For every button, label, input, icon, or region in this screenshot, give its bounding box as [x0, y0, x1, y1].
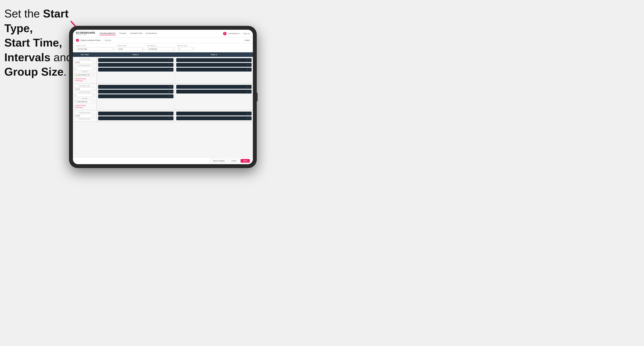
- group-size-select[interactable]: 3 ▾: [177, 47, 194, 51]
- instruction-period: .: [64, 65, 66, 78]
- player-remove-g3t1p1[interactable]: ✕: [169, 113, 170, 114]
- player-remove-g2t1p2[interactable]: ✕: [169, 91, 170, 92]
- starting-time-input-3[interactable]: 10:20 ▲▼: [74, 114, 95, 117]
- footer-bar: Reset Changes Cancel Save: [73, 157, 253, 164]
- logo-area: SCOREBOARD Powered by clippd: [76, 32, 95, 35]
- tee-time-col-3: STARTING TIME: 10:20 ▲▼ STARTING HOLE:: [73, 110, 97, 122]
- course-tag-1[interactable]: ⛳ (A) Peachtree GC ✕ ▾: [74, 73, 95, 76]
- time-spinners-1: ▲▼: [92, 62, 94, 63]
- instruction-bold2: Start Time,: [4, 36, 62, 49]
- player-expand-g3t1p1[interactable]: ⊙: [171, 113, 172, 114]
- player-row-t1p1: ✕ ⊙: [98, 58, 174, 62]
- player-remove-g2t1p3[interactable]: ✕: [169, 95, 170, 97]
- player-expand-g3t1p2[interactable]: ⊙: [171, 117, 172, 119]
- team1-col-3: ✕ ⊙ ✕ ⊙: [97, 110, 175, 122]
- player-remove-t2p2[interactable]: ✕: [247, 64, 248, 66]
- player-row-g3t2p1: ✕ ⊙: [176, 112, 252, 116]
- reset-changes-button[interactable]: Reset Changes: [210, 159, 227, 163]
- player-expand-t2p2[interactable]: ⊙: [249, 64, 250, 66]
- team2-col-3: ✕ ⊙ ✕ ⊙: [175, 110, 253, 122]
- player-remove-t2p3[interactable]: ✕: [247, 69, 248, 70]
- th-team2: Team 2: [175, 52, 253, 57]
- start-time-select[interactable]: 10:00 🕐: [117, 47, 145, 51]
- course-name-1: (A) Peachtree GC: [78, 74, 90, 76]
- add-group-btn-1[interactable]: + Add Group: [74, 80, 95, 81]
- instruction-bold3: Intervals: [4, 51, 50, 64]
- remove-group-btn-1[interactable]: ○ Remove Group: [74, 78, 95, 79]
- player-expand-t2p1[interactable]: ⊙: [249, 59, 250, 61]
- player-row-g3t2p2: ✕ ⊙: [176, 116, 252, 120]
- player-remove-g2t1p1[interactable]: ✕: [169, 86, 170, 88]
- start-time-value: 10:00: [118, 48, 123, 50]
- save-button[interactable]: Save: [240, 159, 250, 163]
- course-icon-2: 🏌: [75, 101, 77, 102]
- start-type-label: Start Type: [76, 45, 115, 46]
- starting-hole-select-1[interactable]: 1 ⇅: [74, 67, 95, 70]
- player-expand-t2p3[interactable]: ⊙: [249, 69, 250, 70]
- intervals-group: Intervals 10 Minutes ▾: [147, 45, 175, 51]
- start-type-select[interactable]: 1st Tee Start ▾: [76, 47, 115, 51]
- player-row-g2t2p1: ✕ ⊙: [176, 85, 252, 89]
- remove-group-btn-2[interactable]: ○ Remove Group: [74, 105, 95, 106]
- starting-hole-select-2[interactable]: 1 ⇅: [74, 94, 95, 97]
- nav-link-tournaments[interactable]: TOURNAMENTS: [100, 32, 116, 35]
- player-row-t2p2: ✕ ⊙: [176, 63, 252, 67]
- player-expand-g2t1p2[interactable]: ⊙: [171, 91, 172, 92]
- player-expand-2[interactable]: ⊙: [171, 64, 172, 66]
- breadcrumb-tournament[interactable]: Clippd Invitational (Mas...: [80, 39, 102, 41]
- starting-time-input-1[interactable]: 10:00 ▲▼: [74, 61, 95, 64]
- player-remove-t2p1[interactable]: ✕: [247, 59, 248, 61]
- cancel-button[interactable]: Cancel: [229, 159, 239, 163]
- player-remove-g3t2p2[interactable]: ✕: [247, 117, 248, 119]
- player-expand-g2t2p1[interactable]: ⊙: [249, 86, 250, 88]
- nav-link-committee[interactable]: COMMITTEE: [130, 32, 142, 35]
- player-row-t1p3: ✕ ⊙: [98, 68, 174, 72]
- intervals-select[interactable]: 10 Minutes ▾: [147, 47, 175, 51]
- player-row-g2t1p3: ✕ ⊙: [98, 94, 174, 98]
- instruction-line1: Set the: [4, 7, 43, 20]
- course-tag-2[interactable]: 🏌 East Lake GC ✕ ▾: [74, 100, 95, 103]
- course-label-2: COURSE:: [74, 98, 95, 99]
- user-email: blair@clippd.io: [228, 32, 240, 34]
- team1-col-2: ✕ ⊙ ✕ ⊙ ✕ ⊙: [97, 84, 175, 110]
- player-expand-g2t2p2[interactable]: ⊙: [249, 91, 250, 92]
- player-remove-g3t2p1[interactable]: ✕: [247, 113, 248, 114]
- player-actions-t2p3: ✕ ⊙: [247, 69, 250, 70]
- tee-time-col-1: STARTING TIME: 10:00 ▲▼ STARTING HOLE: 1…: [73, 57, 97, 83]
- intervals-value: 10 Minutes: [149, 48, 157, 50]
- time-spinners-2: ▲▼: [92, 89, 94, 90]
- table-header: Tee Time Team 1 Team 2: [73, 52, 253, 57]
- player-row-g2t1p1: ✕ ⊙: [98, 85, 174, 89]
- controls-row: Start Type 1st Tee Start ▾ Start Time 10…: [73, 43, 253, 52]
- player-remove-g2t2p1[interactable]: ✕: [247, 86, 248, 88]
- nav-link-rankings[interactable]: RANKINGS: [146, 32, 157, 35]
- player-remove[interactable]: ✕: [169, 59, 170, 61]
- nav-link-teams[interactable]: TEAMS: [119, 32, 126, 35]
- player-expand-g3t2p2[interactable]: ⊙: [249, 117, 250, 119]
- start-type-group: Start Type 1st Tee Start ▾: [76, 45, 115, 51]
- back-button[interactable]: < Back: [244, 39, 250, 41]
- player-actions-t2p1: ✕ ⊙: [247, 59, 250, 61]
- start-time-label: Start Time: [117, 45, 145, 46]
- intervals-label: Intervals: [147, 45, 175, 46]
- start-time-group: Start Time 10:00 🕐: [117, 45, 145, 51]
- starting-time-label-1: STARTING TIME:: [74, 59, 95, 60]
- player-remove-3[interactable]: ✕: [169, 69, 170, 70]
- start-time-arrow: 🕐: [142, 48, 144, 50]
- player-expand-g2t1p1[interactable]: ⊙: [171, 86, 172, 88]
- th-team1: Team 1: [97, 52, 175, 57]
- player-row-g2t2p2: ✕ ⊙: [176, 90, 252, 94]
- player-expand-g2t1p3[interactable]: ⊙: [171, 95, 172, 97]
- group-size-label: Group Size: [177, 45, 194, 46]
- course-remove-2[interactable]: ✕: [92, 101, 93, 102]
- add-group-btn-2[interactable]: + Add Group: [74, 107, 95, 108]
- player-remove-2[interactable]: ✕: [169, 64, 170, 66]
- player-expand[interactable]: ⊙: [171, 59, 172, 61]
- player-remove-g2t2p2[interactable]: ✕: [247, 91, 248, 92]
- course-remove-1[interactable]: ✕: [92, 74, 93, 76]
- player-remove-g3t1p2[interactable]: ✕: [169, 117, 170, 119]
- starting-time-input-2[interactable]: 10:10 ▲▼: [74, 87, 95, 91]
- player-expand-3[interactable]: ⊙: [171, 69, 172, 70]
- player-expand-g3t2p1[interactable]: ⊙: [249, 113, 250, 114]
- sign-out-link[interactable]: Sign out: [244, 32, 250, 34]
